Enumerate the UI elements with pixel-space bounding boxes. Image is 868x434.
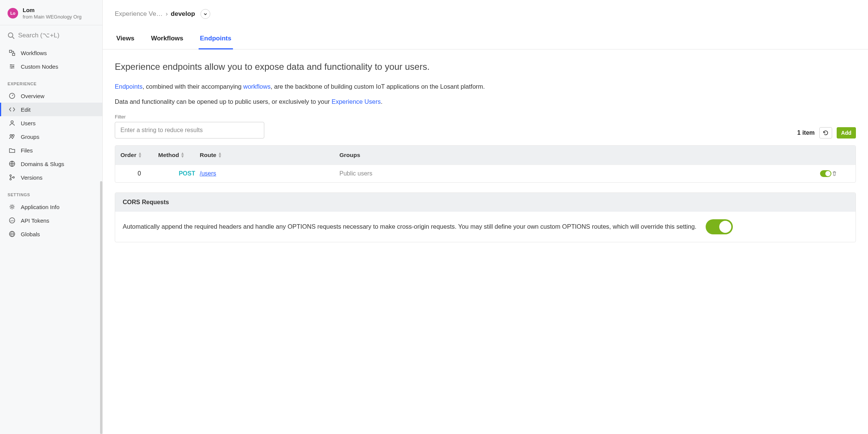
sidebar-item-label: Overview bbox=[21, 93, 45, 99]
sidebar-header: Lo Lom from Main WEGnology Org bbox=[0, 0, 102, 25]
avatar: Lo bbox=[8, 8, 18, 18]
org-title: Lom bbox=[23, 7, 95, 13]
gear-icon bbox=[9, 203, 15, 210]
page-title: Experience endpoints allow you to expose… bbox=[115, 62, 856, 72]
users-icon bbox=[9, 133, 15, 140]
breadcrumb-separator: › bbox=[166, 10, 168, 18]
table-row: 0 POST /users Public users bbox=[115, 165, 856, 182]
globe-icon bbox=[9, 231, 15, 237]
cors-description: Automatically append the required header… bbox=[123, 222, 697, 232]
tab-views[interactable]: Views bbox=[115, 35, 136, 49]
cell-route-link[interactable]: /users bbox=[200, 170, 216, 177]
col-route[interactable]: Route▲▼ bbox=[200, 152, 339, 159]
endpoints-table: Order▲▼ Method▲▼ Route▲▼ Groups 0 POST /… bbox=[115, 145, 856, 183]
col-method[interactable]: Method▲▼ bbox=[158, 152, 200, 159]
workflow-icon bbox=[9, 49, 15, 56]
sidebar-item-groups[interactable]: Groups bbox=[0, 130, 102, 143]
breadcrumb-parent[interactable]: Experience Ve… bbox=[115, 10, 163, 18]
sort-icon: ▲▼ bbox=[138, 152, 142, 158]
sidebar-item-globals[interactable]: Globals bbox=[0, 227, 102, 241]
sidebar-item-label: Application Info bbox=[21, 204, 60, 210]
sidebar-item-label: API Tokens bbox=[21, 217, 49, 224]
experience-users-link[interactable]: Experience Users bbox=[331, 98, 381, 105]
sidebar-item-workflows[interactable]: Workflows bbox=[0, 46, 102, 60]
sidebar-item-overview[interactable]: Overview bbox=[0, 89, 102, 103]
breadcrumb: Experience Ve… › develop bbox=[103, 0, 868, 19]
sidebar-item-label: Globals bbox=[21, 231, 40, 237]
search-placeholder: Search (⌥+L) bbox=[18, 31, 59, 39]
search-icon bbox=[8, 32, 14, 39]
nav-heading: EXPERIENCE bbox=[0, 76, 102, 89]
sidebar-item-custom-nodes[interactable]: Custom Nodes bbox=[0, 60, 102, 73]
sidebar-item-api-tokens[interactable]: API Tokens bbox=[0, 214, 102, 227]
cors-title: CORS Requests bbox=[115, 193, 856, 212]
add-button[interactable]: Add bbox=[837, 127, 856, 139]
workflows-link[interactable]: workflows bbox=[243, 83, 270, 90]
cell-groups: Public users bbox=[339, 170, 801, 177]
search-input[interactable]: Search (⌥+L) bbox=[0, 25, 102, 45]
item-count: 1 item bbox=[797, 129, 815, 136]
org-subtitle: from Main WEGnology Org bbox=[23, 14, 95, 20]
api-icon bbox=[9, 217, 15, 224]
sidebar-item-label: Users bbox=[21, 120, 35, 126]
cell-method: POST bbox=[158, 170, 200, 177]
row-enabled-toggle[interactable] bbox=[820, 170, 831, 177]
sidebar-item-label: Domains & Slugs bbox=[21, 161, 64, 167]
main: Experience Ve… › develop ViewsWorkflowsE… bbox=[103, 0, 868, 434]
nav-heading: SETTINGS bbox=[0, 187, 102, 200]
sidebar-item-label: Edit bbox=[21, 106, 31, 113]
filter-label: Filter bbox=[115, 114, 264, 120]
cors-toggle[interactable] bbox=[706, 219, 733, 234]
globe-grid-icon bbox=[9, 160, 15, 167]
refresh-icon bbox=[823, 130, 829, 136]
sidebar-item-app-info[interactable]: Application Info bbox=[0, 200, 102, 214]
filter-input[interactable] bbox=[115, 122, 264, 139]
sidebar-item-label: Groups bbox=[21, 134, 39, 140]
col-groups[interactable]: Groups bbox=[339, 152, 801, 159]
sidebar-item-users[interactable]: Users bbox=[0, 116, 102, 130]
col-order[interactable]: Order▲▼ bbox=[120, 152, 158, 159]
description-1: Endpoints, combined with their accompany… bbox=[115, 82, 856, 92]
sidebar: Lo Lom from Main WEGnology Org Search (⌥… bbox=[0, 0, 103, 434]
tabs: ViewsWorkflowsEndpoints bbox=[103, 35, 868, 49]
tab-workflows[interactable]: Workflows bbox=[150, 35, 185, 49]
sliders-icon bbox=[9, 63, 15, 70]
breadcrumb-current: develop bbox=[171, 10, 195, 18]
sidebar-item-label: Files bbox=[21, 147, 33, 154]
sort-icon: ▲▼ bbox=[180, 152, 185, 158]
sidebar-item-edit[interactable]: Edit bbox=[0, 103, 102, 116]
branch-icon bbox=[9, 174, 15, 181]
user-icon bbox=[9, 120, 15, 126]
sidebar-item-label: Versions bbox=[21, 174, 43, 181]
tab-endpoints[interactable]: Endpoints bbox=[199, 35, 233, 49]
description-2: Data and functionality can be opened up … bbox=[115, 97, 856, 107]
code-icon bbox=[9, 106, 15, 113]
scrollbar[interactable] bbox=[100, 181, 102, 434]
chevron-down-icon bbox=[203, 12, 208, 16]
sidebar-item-files[interactable]: Files bbox=[0, 143, 102, 157]
sidebar-item-label: Workflows bbox=[21, 50, 47, 56]
version-dropdown-button[interactable] bbox=[200, 9, 210, 19]
delete-row-button[interactable] bbox=[831, 171, 850, 177]
sort-icon: ▲▼ bbox=[218, 152, 222, 158]
gauge-icon bbox=[9, 92, 15, 99]
cors-panel: CORS Requests Automatically append the r… bbox=[115, 192, 856, 242]
refresh-button[interactable] bbox=[819, 127, 832, 139]
endpoints-link[interactable]: Endpoints bbox=[115, 83, 142, 90]
sidebar-item-domains-slugs[interactable]: Domains & Slugs bbox=[0, 157, 102, 171]
sidebar-item-versions[interactable]: Versions bbox=[0, 171, 102, 184]
cell-order: 0 bbox=[120, 170, 158, 177]
folder-icon bbox=[9, 147, 15, 154]
sidebar-item-label: Custom Nodes bbox=[21, 63, 58, 70]
